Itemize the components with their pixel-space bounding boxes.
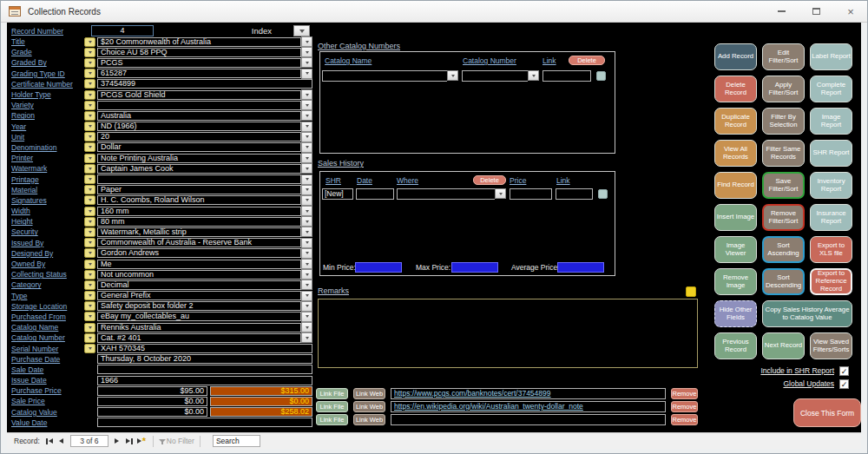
sales-history-title[interactable]: Sales History bbox=[318, 159, 364, 168]
global-updates-checkbox[interactable]: ✓ bbox=[839, 379, 849, 389]
quick-fill-dropdown[interactable] bbox=[84, 323, 95, 332]
field-label[interactable]: Serial Number bbox=[7, 345, 84, 353]
field-value-input[interactable]: Commonwealth of Australia - Reserve Bank bbox=[97, 238, 301, 247]
field-value-input[interactable]: Dollar bbox=[97, 142, 301, 152]
combo-arrow[interactable] bbox=[301, 291, 312, 301]
quick-fill-dropdown[interactable] bbox=[84, 217, 95, 227]
link-web-button[interactable]: Link Web bbox=[353, 401, 385, 412]
shr-header[interactable]: SHR bbox=[326, 176, 341, 185]
copy-sales-history-average-to-catalog-value-button[interactable]: Copy Sales History Average to Catalog Va… bbox=[762, 300, 852, 327]
close-button[interactable]: × bbox=[841, 4, 860, 18]
quick-fill-dropdown[interactable] bbox=[84, 164, 95, 174]
combo-arrow[interactable] bbox=[301, 142, 312, 153]
index-dropdown[interactable] bbox=[293, 25, 310, 36]
field-value-input[interactable]: 80 mm bbox=[97, 217, 301, 227]
quick-fill-dropdown[interactable] bbox=[84, 227, 95, 237]
field-label[interactable]: Height bbox=[7, 217, 84, 226]
combo-arrow[interactable] bbox=[301, 100, 312, 110]
previous-record-button[interactable] bbox=[56, 436, 68, 447]
field-label[interactable]: Variety bbox=[7, 101, 84, 109]
remove-image-button[interactable]: Remove Image bbox=[714, 268, 757, 295]
link-url-input[interactable]: https://www.pcgs.com/banknotes/cert/3745… bbox=[391, 388, 666, 399]
combo-arrow[interactable] bbox=[301, 47, 312, 57]
field-label[interactable]: Owned By bbox=[7, 260, 84, 268]
field-label[interactable]: Holder Type bbox=[7, 90, 84, 99]
field-label[interactable]: Title bbox=[7, 37, 84, 46]
quick-fill-dropdown[interactable] bbox=[84, 238, 95, 247]
export-to-xls-file-button[interactable]: Export to XLS file bbox=[810, 236, 852, 263]
quick-fill-dropdown[interactable] bbox=[84, 207, 95, 216]
field-value-input[interactable]: Note Printing Australia bbox=[97, 154, 301, 163]
export-to-reference-record-button[interactable]: Export to Reference Record bbox=[810, 268, 852, 295]
field-label[interactable]: Signatures bbox=[7, 196, 84, 205]
quick-fill-dropdown[interactable] bbox=[84, 79, 95, 89]
field-label[interactable]: Purchase Price bbox=[7, 386, 84, 395]
field-value-input[interactable] bbox=[97, 174, 301, 184]
quick-fill-dropdown[interactable] bbox=[84, 291, 95, 300]
field-value-input[interactable]: Renniks Australia bbox=[97, 323, 301, 332]
combo-arrow[interactable] bbox=[301, 259, 312, 269]
combo-arrow[interactable] bbox=[301, 163, 312, 174]
field-label[interactable]: Catalog Name bbox=[7, 323, 84, 332]
field-label[interactable]: Storage Location bbox=[7, 302, 84, 311]
date-header[interactable]: Date bbox=[357, 176, 372, 185]
link-url-input[interactable]: https://en.wikipedia.org/wiki/Australian… bbox=[391, 401, 666, 412]
link-web-button[interactable]: Link Web bbox=[353, 388, 385, 399]
field-label[interactable]: Grade bbox=[7, 48, 84, 56]
field-label[interactable]: Graded By bbox=[7, 58, 84, 67]
delete-sales-row-button[interactable]: Delete bbox=[473, 175, 506, 185]
quick-fill-dropdown[interactable] bbox=[84, 270, 95, 280]
combo-arrow[interactable] bbox=[301, 132, 312, 142]
field-label[interactable]: Printer bbox=[7, 154, 84, 162]
quick-fill-dropdown[interactable] bbox=[84, 185, 95, 194]
complete-report-button[interactable]: Complete Report bbox=[810, 76, 852, 102]
catalog-name-select[interactable] bbox=[322, 70, 458, 82]
combo-arrow[interactable] bbox=[301, 269, 312, 280]
field-value-input[interactable] bbox=[97, 101, 301, 110]
first-record-button[interactable] bbox=[43, 436, 56, 447]
filter-by-selection-button[interactable]: Filter By Selection bbox=[762, 108, 805, 135]
field-value-input[interactable]: H. C. Coombs, Roland Wilson bbox=[97, 195, 301, 205]
quick-fill-dropdown[interactable] bbox=[84, 301, 95, 311]
field-value-input[interactable]: Watermark, Metallic strip bbox=[97, 227, 301, 237]
field-label[interactable]: Issue Date bbox=[7, 376, 84, 385]
next-record-button[interactable] bbox=[111, 436, 123, 447]
quick-fill-dropdown[interactable] bbox=[84, 90, 95, 100]
search-input[interactable] bbox=[213, 435, 260, 447]
quick-fill-dropdown[interactable] bbox=[84, 58, 95, 68]
other-catalog-title[interactable]: Other Catalog Numbers bbox=[318, 42, 400, 50]
quick-fill-dropdown[interactable] bbox=[84, 260, 95, 269]
sale-link-checkbox[interactable] bbox=[598, 189, 608, 199]
quick-fill-dropdown[interactable] bbox=[84, 344, 95, 353]
remove-link-button[interactable]: Remove bbox=[671, 414, 698, 425]
field-label[interactable]: Type bbox=[7, 292, 84, 300]
sales-link-header[interactable]: Link bbox=[556, 176, 570, 185]
duplicate-record-button[interactable]: Duplicate Record bbox=[714, 108, 757, 135]
quick-fill-dropdown[interactable] bbox=[84, 333, 95, 343]
remove-link-button[interactable]: Remove bbox=[671, 401, 698, 412]
image-report-button[interactable]: Image Report bbox=[810, 108, 852, 135]
field-label[interactable]: Value Date bbox=[7, 418, 84, 427]
field-label[interactable]: Issued By bbox=[7, 239, 84, 247]
delete-record-button[interactable]: Delete Record bbox=[714, 76, 757, 102]
combo-arrow[interactable] bbox=[301, 69, 312, 79]
field-label[interactable]: Purchased From bbox=[7, 313, 84, 321]
shr-report-button[interactable]: SHR Report bbox=[810, 140, 852, 167]
link-header[interactable]: Link bbox=[542, 56, 556, 65]
record-position[interactable]: 3 of 6 bbox=[70, 435, 108, 447]
insert-image-button[interactable]: Insert Image bbox=[714, 204, 757, 231]
field-value-input[interactable]: PCGS bbox=[97, 58, 301, 68]
remarks-toggle-button[interactable] bbox=[686, 286, 696, 297]
combo-arrow[interactable] bbox=[301, 110, 312, 121]
field-label[interactable]: Category bbox=[7, 280, 84, 289]
quick-fill-dropdown[interactable] bbox=[84, 174, 95, 184]
field-label[interactable]: Denomination bbox=[7, 143, 84, 152]
field-label[interactable]: Material bbox=[7, 186, 84, 194]
delete-catalog-row-button[interactable]: Delete bbox=[569, 56, 605, 65]
where-select[interactable] bbox=[397, 188, 506, 200]
find-record-button[interactable]: Find Record bbox=[714, 172, 757, 199]
quick-fill-dropdown[interactable] bbox=[84, 122, 95, 131]
edit-filter-sort-button[interactable]: Edit Filter/Sort bbox=[762, 43, 805, 70]
field-value-input[interactable]: 37454899 bbox=[97, 79, 312, 89]
field-label[interactable]: Printage bbox=[7, 175, 84, 184]
